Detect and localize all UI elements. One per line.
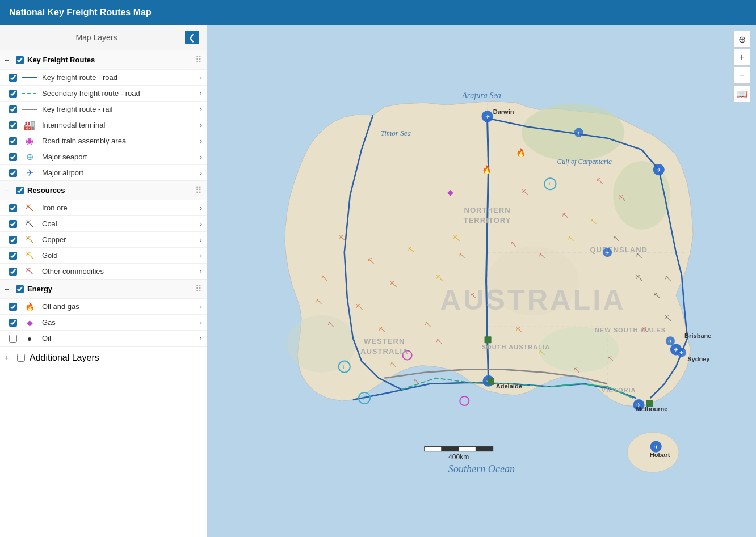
svg-text:⛏: ⛏ — [413, 378, 419, 385]
arrow-iron-ore[interactable]: › — [200, 204, 202, 212]
checkbox-additional-layers[interactable] — [17, 354, 25, 362]
checkbox-resources[interactable] — [16, 187, 24, 194]
drag-handle-energy[interactable]: ⠿ — [195, 284, 202, 294]
arrow-intermodal[interactable]: › — [200, 121, 202, 129]
svg-text:400km: 400km — [448, 453, 469, 461]
legend-button[interactable]: 📖 — [733, 85, 750, 102]
expand-toggle-key-freight[interactable]: − — [5, 56, 12, 65]
svg-text:⛏: ⛏ — [590, 218, 597, 225]
svg-point-10 — [287, 315, 356, 373]
layer-item-gas[interactable]: ◆ Gas › — [0, 314, 207, 330]
layer-item-sfr-road[interactable]: Secondary freight route - road › — [0, 85, 207, 101]
label-additional-layers: Additional Layers — [30, 353, 99, 363]
svg-text:✈: ✈ — [485, 113, 490, 120]
zoom-out-button[interactable]: − — [733, 67, 750, 84]
checkbox-copper[interactable] — [9, 236, 17, 244]
svg-text:Adelaide: Adelaide — [496, 383, 522, 390]
zoom-in-button[interactable]: + — [733, 49, 750, 66]
layer-item-seaport[interactable]: ⊕ Major seaport › — [0, 149, 207, 164]
checkbox-key-freight-routes[interactable] — [16, 56, 24, 64]
svg-text:NORTHERN: NORTHERN — [464, 206, 510, 214]
arrow-oil[interactable]: › — [200, 335, 202, 343]
layer-group-energy: − Energy ⠿ 🔥 Oil and gas › ◆ Gas — [0, 280, 207, 346]
checkbox-energy[interactable] — [16, 285, 24, 293]
checkbox-coal[interactable] — [9, 220, 17, 228]
svg-text:⛏: ⛏ — [425, 321, 431, 328]
checkbox-seaport[interactable] — [9, 153, 17, 161]
svg-text:⛏: ⛏ — [636, 275, 642, 283]
arrow-gold[interactable]: › — [200, 252, 202, 260]
checkbox-gold[interactable] — [9, 252, 17, 260]
svg-text:⛏: ⛏ — [316, 298, 322, 305]
expand-toggle-additional[interactable]: + — [5, 353, 12, 362]
svg-text:+: + — [342, 364, 346, 370]
checkbox-gas[interactable] — [9, 319, 17, 327]
label-gas: Gas — [42, 318, 195, 327]
layer-item-intermodal[interactable]: 🏭 Intermodal terminal › — [0, 117, 207, 133]
layer-item-copper[interactable]: ⛏ Copper › — [0, 231, 207, 247]
group-label-resources: Resources — [27, 186, 192, 194]
layer-group-resources: − Resources ⠿ ⛏ Iron ore › ⛏ Coal — [0, 181, 207, 280]
layer-item-kfr-road[interactable]: Key freight route - road › — [0, 69, 207, 85]
layer-item-coal[interactable]: ⛏ Coal › — [0, 215, 207, 231]
sidebar-header: Map Layers ❮ — [0, 25, 207, 50]
svg-text:⛏: ⛏ — [607, 356, 614, 362]
icon-iron-ore: ⛏ — [22, 204, 37, 212]
svg-text:✈: ✈ — [657, 167, 661, 173]
app-header: National Key Freight Routes Map — [0, 0, 756, 25]
collapse-sidebar-button[interactable]: ❮ — [185, 31, 199, 44]
arrow-airport[interactable]: › — [200, 169, 202, 177]
arrow-copper[interactable]: › — [200, 236, 202, 244]
arrow-road-train[interactable]: › — [200, 137, 202, 145]
layer-item-other-commodities[interactable]: ⛏ Other commodities › — [0, 263, 207, 279]
svg-text:⛏: ⛏ — [665, 276, 671, 282]
svg-text:⛏: ⛏ — [327, 321, 334, 328]
svg-rect-45 — [485, 336, 492, 343]
svg-text:Southern Ocean: Southern Ocean — [448, 463, 515, 475]
map-area[interactable]: ⊕ + − 📖 — [207, 25, 756, 537]
arrow-other-commodities[interactable]: › — [200, 268, 202, 276]
drag-handle-key-freight[interactable]: ⠿ — [195, 54, 202, 65]
drag-handle-resources[interactable]: ⠿ — [195, 185, 202, 196]
layer-item-airport[interactable]: ✈ Major airport › — [0, 164, 207, 180]
checkbox-sfr-road[interactable] — [9, 90, 17, 98]
geolocate-button[interactable]: ⊕ — [733, 31, 750, 48]
arrow-oil-and-gas[interactable]: › — [200, 303, 202, 311]
layer-item-iron-ore[interactable]: ⛏ Iron ore › — [0, 200, 207, 215]
checkbox-intermodal[interactable] — [9, 121, 17, 129]
svg-text:◆: ◆ — [447, 188, 453, 197]
svg-text:⛏: ⛏ — [356, 303, 363, 311]
checkbox-iron-ore[interactable] — [9, 204, 17, 212]
layer-item-road-train[interactable]: ◉ Road train assembly area › — [0, 133, 207, 149]
arrow-kfr-rail[interactable]: › — [200, 105, 202, 113]
checkbox-other-commodities[interactable] — [9, 268, 17, 276]
svg-point-7 — [522, 104, 624, 161]
svg-text:⛏: ⛏ — [613, 235, 619, 242]
arrow-gas[interactable]: › — [200, 319, 202, 327]
layer-item-kfr-rail[interactable]: Key freight route - rail › — [0, 101, 207, 117]
sidebar-title: Map Layers — [8, 33, 185, 42]
checkbox-kfr-rail[interactable] — [9, 105, 17, 113]
svg-text:AUSTRALIA: AUSTRALIA — [440, 284, 626, 316]
expand-toggle-energy[interactable]: − — [5, 285, 12, 294]
layer-group-header-energy: − Energy ⠿ — [0, 280, 207, 298]
checkbox-kfr-road[interactable] — [9, 74, 17, 82]
expand-toggle-resources[interactable]: − — [5, 186, 12, 195]
svg-text:⛏: ⛏ — [665, 315, 671, 323]
arrow-seaport[interactable]: › — [200, 153, 202, 161]
arrow-sfr-road[interactable]: › — [200, 90, 202, 98]
checkbox-road-train[interactable] — [9, 137, 17, 145]
svg-text:Gulf of Carpentaria: Gulf of Carpentaria — [557, 158, 612, 166]
arrow-coal[interactable]: › — [200, 220, 202, 228]
checkbox-oil[interactable] — [9, 335, 17, 343]
svg-text:⛏: ⛏ — [390, 361, 396, 368]
checkbox-airport[interactable] — [9, 169, 17, 177]
arrow-kfr-road[interactable]: › — [200, 74, 202, 82]
icon-seaport: ⊕ — [22, 153, 37, 161]
layer-item-oil[interactable]: ● Oil › — [0, 330, 207, 346]
svg-text:⛏: ⛏ — [436, 275, 443, 283]
svg-text:✈: ✈ — [605, 250, 610, 256]
checkbox-oil-and-gas[interactable] — [9, 303, 17, 311]
layer-item-oil-and-gas[interactable]: 🔥 Oil and gas › — [0, 298, 207, 314]
layer-item-gold[interactable]: ⛏ Gold › — [0, 247, 207, 263]
